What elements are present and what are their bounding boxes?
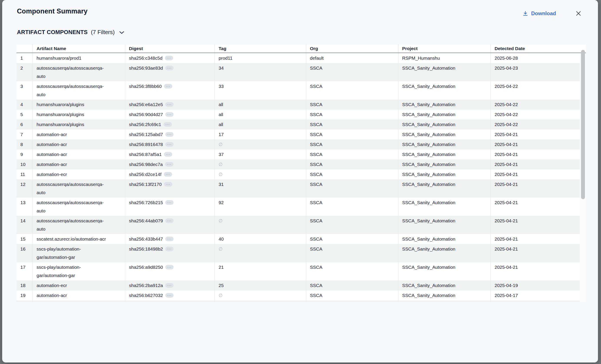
artifact-name-cell: humanshuarora/plugins bbox=[32, 119, 125, 129]
tag-cell: 25 bbox=[215, 280, 306, 290]
digest-value: sha256:726b215 bbox=[129, 200, 163, 205]
artifact-name-cell: automation-acr bbox=[32, 149, 125, 159]
project-cell: SSCA_Sanity_Automation bbox=[398, 149, 491, 159]
row-index-cell: 12 bbox=[17, 179, 32, 198]
detected-date-cell: 2025-04-22 bbox=[491, 119, 580, 129]
digest-cell: sha256:93ae83d··· bbox=[125, 63, 215, 81]
detected-date-cell: 2025-04-21 bbox=[491, 216, 580, 234]
components-table: Artifact NameDigestTagOrgProjectDetected… bbox=[17, 44, 580, 302]
digest-cell: sha256:726b215··· bbox=[125, 198, 215, 216]
digest-expand-button[interactable]: ··· bbox=[164, 152, 172, 157]
filler-cell bbox=[306, 300, 398, 302]
detected-date-cell: 2025-04-21 bbox=[491, 149, 580, 159]
column-header-project: Project bbox=[398, 44, 491, 53]
table-row: 19automation-acrsha256:b627032···∅SSCASS… bbox=[17, 290, 580, 300]
project-cell: RSPM_Humanshu bbox=[398, 53, 491, 63]
digest-expand-button[interactable]: ··· bbox=[165, 265, 174, 269]
row-index-cell: 6 bbox=[17, 119, 32, 129]
digest-expand-button[interactable]: ··· bbox=[165, 283, 174, 288]
artifact-name-cell: autosscauserqa/autosscauserqa- auto bbox=[32, 81, 125, 99]
digest-value: sha256:125abd7 bbox=[129, 132, 163, 137]
detected-date-cell: 2025-04-21 bbox=[491, 139, 580, 149]
section-title: ARTIFACT COMPONENTS bbox=[17, 29, 88, 36]
org-cell: SSCA bbox=[306, 63, 398, 81]
digest-expand-button[interactable]: ··· bbox=[165, 200, 174, 205]
close-button[interactable] bbox=[574, 9, 583, 18]
artifact-components-table: Artifact NameDigestTagOrgProjectDetected… bbox=[17, 44, 586, 302]
detected-date-cell: 2025-04-23 bbox=[491, 63, 580, 81]
table-row: 17sscs-play/automation- gar/automation-g… bbox=[17, 262, 580, 280]
row-index-cell: 7 bbox=[17, 129, 32, 139]
digest-expand-button[interactable]: ··· bbox=[165, 102, 174, 107]
empty-tag-symbol: ∅ bbox=[219, 142, 223, 147]
digest-expand-button[interactable]: ··· bbox=[164, 84, 172, 89]
table-row-clipped bbox=[17, 300, 580, 302]
digest-cell: sha256:3f8bb60··· bbox=[125, 81, 215, 99]
close-icon bbox=[575, 10, 582, 17]
org-cell: SSCA bbox=[306, 198, 398, 216]
org-cell: SSCA bbox=[306, 216, 398, 234]
digest-expand-button[interactable]: ··· bbox=[165, 56, 173, 60]
project-cell: SSCA_Sanity_Automation bbox=[398, 99, 491, 109]
org-cell: SSCA bbox=[306, 99, 398, 109]
digest-expand-button[interactable]: ··· bbox=[165, 293, 174, 298]
chevron-down-icon[interactable] bbox=[118, 30, 125, 34]
tag-cell: 92 bbox=[215, 198, 306, 216]
artifact-name-cell: sscs-play/automation- gar/automation-gar bbox=[32, 262, 125, 280]
row-index-cell: 8 bbox=[17, 139, 32, 149]
table-row: 13autosscauserqa/autosscauserqa- autosha… bbox=[17, 198, 580, 216]
project-cell: SSCA_Sanity_Automation bbox=[398, 234, 491, 244]
tag-cell: 21 bbox=[215, 262, 306, 280]
detected-date-cell: 2025-04-21 bbox=[491, 234, 580, 244]
digest-value: sha256:3f8bb60 bbox=[129, 84, 162, 89]
component-summary-modal: Component Summary Download ARTIFACT COMP… bbox=[2, 0, 598, 363]
tag-cell: 33 bbox=[215, 81, 306, 99]
digest-expand-button[interactable]: ··· bbox=[164, 182, 172, 187]
empty-tag-symbol: ∅ bbox=[219, 246, 223, 251]
download-label: Download bbox=[531, 10, 556, 17]
org-cell: SSCA bbox=[306, 262, 398, 280]
row-index-cell: 16 bbox=[17, 244, 32, 262]
detected-date-cell: 2025-04-21 bbox=[491, 262, 580, 280]
digest-expand-button[interactable]: ··· bbox=[165, 237, 174, 241]
row-index-cell: 1 bbox=[17, 53, 32, 63]
digest-expand-button[interactable]: ··· bbox=[164, 122, 172, 127]
row-index-cell: 5 bbox=[17, 109, 32, 119]
table-row: 7automation-acrsha256:125abd7···17SSCASS… bbox=[17, 129, 580, 139]
digest-expand-button[interactable]: ··· bbox=[165, 162, 173, 167]
artifact-name-cell: sscatest.azurecr.io/automation-acr bbox=[32, 234, 125, 244]
tag-cell: 34 bbox=[215, 63, 306, 81]
page-title: Component Summary bbox=[17, 7, 88, 15]
table-row: 9automation-acrsha256:87af5a1···37SSCASS… bbox=[17, 149, 580, 159]
digest-expand-button[interactable]: ··· bbox=[164, 172, 172, 177]
download-icon bbox=[522, 11, 528, 17]
digest-cell: sha256:c348c5d··· bbox=[125, 53, 215, 63]
digest-expand-button[interactable]: ··· bbox=[165, 218, 174, 223]
digest-cell: sha256:98dec7a··· bbox=[125, 159, 215, 169]
digest-expand-button[interactable]: ··· bbox=[165, 142, 174, 147]
org-cell: SSCA bbox=[306, 234, 398, 244]
project-cell: SSCA_Sanity_Automation bbox=[398, 280, 491, 290]
detected-date-cell: 2025-04-22 bbox=[491, 81, 580, 99]
project-cell: SSCA_Sanity_Automation bbox=[398, 81, 491, 99]
digest-expand-button[interactable]: ··· bbox=[165, 247, 174, 251]
row-index-cell: 11 bbox=[17, 169, 32, 179]
digest-expand-button[interactable]: ··· bbox=[165, 112, 174, 117]
artifact-name-cell: humanshuarora/plugins bbox=[32, 99, 125, 109]
tag-cell: 17 bbox=[215, 129, 306, 139]
org-cell: SSCA bbox=[306, 81, 398, 99]
empty-tag-symbol: ∅ bbox=[219, 218, 223, 223]
digest-cell: sha256:44ab079··· bbox=[125, 216, 215, 234]
artifact-components-toggle[interactable]: ARTIFACT COMPONENTS (7 Filters) bbox=[17, 28, 125, 36]
table-scrollbar-thumb[interactable] bbox=[581, 50, 585, 199]
project-cell: SSCA_Sanity_Automation bbox=[398, 179, 491, 198]
artifact-name-cell: automation-acr bbox=[32, 159, 125, 169]
digest-value: sha256:d2ce14f bbox=[129, 172, 161, 177]
digest-value: sha256:18498b2 bbox=[129, 246, 163, 251]
column-header-org: Org bbox=[306, 44, 398, 53]
project-cell: SSCA_Sanity_Automation bbox=[398, 139, 491, 149]
table-row: 3autosscauserqa/autosscauserqa- autosha2… bbox=[17, 81, 580, 99]
download-button[interactable]: Download bbox=[522, 9, 556, 18]
digest-expand-button[interactable]: ··· bbox=[165, 132, 174, 137]
digest-expand-button[interactable]: ··· bbox=[165, 66, 174, 70]
